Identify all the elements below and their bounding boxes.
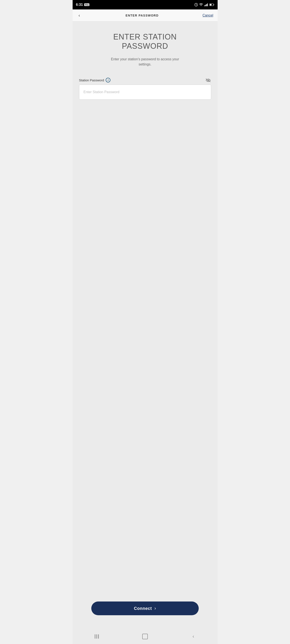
password-input-wrapper bbox=[79, 84, 211, 100]
cancel-button[interactable]: Cancel bbox=[203, 14, 213, 18]
wifi-icon bbox=[199, 3, 203, 6]
nav-back-button[interactable]: ‹ bbox=[188, 633, 199, 640]
clock-icon bbox=[194, 3, 198, 6]
signal-icon bbox=[204, 3, 208, 6]
nav-menu-button[interactable] bbox=[91, 633, 102, 640]
ebay-badge: ebay bbox=[84, 4, 90, 6]
nav-home-button[interactable] bbox=[140, 633, 150, 640]
menu-bar-1 bbox=[95, 634, 95, 639]
connect-button[interactable]: Connect › bbox=[91, 602, 199, 615]
connect-arrow-icon: › bbox=[154, 606, 156, 611]
status-bar-left: 6:31 ebay bbox=[76, 3, 90, 7]
bottom-nav: ‹ bbox=[73, 630, 218, 644]
eye-visibility-toggle[interactable] bbox=[205, 78, 211, 82]
page-subtitle: Enter your station's password to access … bbox=[111, 57, 179, 67]
battery-icon bbox=[209, 4, 214, 6]
connect-btn-wrapper: Connect › bbox=[79, 602, 211, 624]
svg-rect-6 bbox=[207, 4, 208, 6]
nav-bar: ‹ ENTER PASSWORD Cancel bbox=[73, 10, 218, 22]
eye-slash-icon bbox=[205, 78, 211, 82]
home-icon bbox=[142, 634, 148, 639]
main-content: ENTER STATIONPASSWORD Enter your station… bbox=[73, 22, 218, 630]
svg-line-2 bbox=[196, 5, 197, 5]
info-icon[interactable]: i bbox=[106, 78, 110, 82]
password-input[interactable] bbox=[79, 84, 211, 100]
password-label-row: Station Password i bbox=[79, 78, 211, 82]
menu-icon bbox=[95, 634, 99, 639]
svg-rect-4 bbox=[205, 5, 206, 6]
status-bar: 6:31 ebay bbox=[73, 0, 218, 10]
back-button[interactable]: ‹ bbox=[77, 12, 82, 19]
nav-back-icon: ‹ bbox=[192, 634, 194, 639]
password-label-left: Station Password i bbox=[79, 78, 111, 82]
status-time: 6:31 bbox=[76, 3, 83, 7]
svg-rect-5 bbox=[206, 4, 207, 6]
svg-rect-3 bbox=[204, 5, 205, 6]
password-label: Station Password bbox=[79, 78, 104, 82]
menu-bar-3 bbox=[98, 634, 99, 639]
menu-bar-2 bbox=[96, 634, 97, 639]
nav-title: ENTER PASSWORD bbox=[126, 14, 159, 17]
svg-rect-8 bbox=[213, 4, 214, 5]
status-bar-right bbox=[194, 3, 214, 6]
svg-rect-9 bbox=[210, 4, 211, 6]
password-section: Station Password i bbox=[79, 78, 211, 100]
page-title: ENTER STATIONPASSWORD bbox=[113, 32, 177, 51]
connect-button-label: Connect bbox=[134, 606, 152, 611]
